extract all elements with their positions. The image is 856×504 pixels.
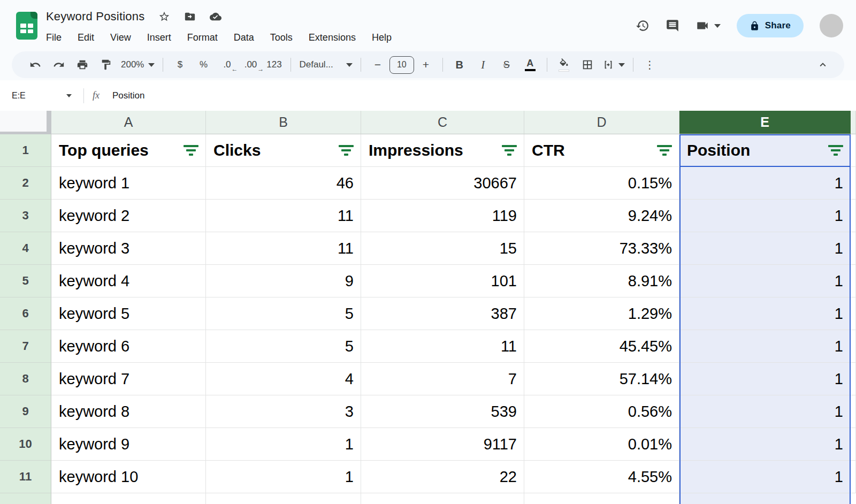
cell-partial-6[interactable] (851, 297, 856, 330)
cell-b8[interactable]: 4 (206, 363, 361, 395)
cell-a1[interactable]: Top queries (51, 134, 206, 167)
cell-partial-2[interactable] (851, 167, 856, 200)
cell-c1[interactable]: Impressions (361, 134, 524, 167)
column-header-d[interactable]: D (524, 111, 679, 134)
cell-c2[interactable]: 30667 (361, 167, 524, 200)
menu-item-insert[interactable]: Insert (147, 32, 171, 43)
font-family-selector[interactable]: Defaul... (299, 59, 352, 70)
cell-partial-4[interactable] (851, 232, 856, 265)
decrease-font-size-button[interactable]: − (369, 55, 387, 74)
cell-d4[interactable]: 73.33% (524, 232, 679, 265)
column-header-b[interactable]: B (206, 111, 361, 134)
cell-d2[interactable]: 0.15% (524, 167, 679, 200)
row-header-9[interactable]: 9 (0, 395, 51, 428)
menu-item-format[interactable]: Format (187, 32, 218, 43)
row-header-5[interactable]: 5 (0, 265, 51, 297)
cell-a7[interactable]: keyword 6 (51, 330, 206, 363)
borders-button[interactable] (578, 55, 597, 74)
undo-button[interactable] (26, 55, 44, 74)
cell-c11[interactable]: 22 (361, 461, 524, 493)
merge-cells-button[interactable] (602, 59, 625, 71)
filter-icon[interactable] (338, 145, 354, 156)
cell-a12[interactable] (51, 493, 206, 504)
cell-d3[interactable]: 9.24% (524, 200, 679, 232)
menu-item-view[interactable]: View (110, 32, 131, 43)
row-header-6[interactable]: 6 (0, 297, 51, 330)
print-button[interactable] (73, 55, 91, 74)
comments-icon[interactable] (666, 19, 679, 33)
cell-c4[interactable]: 15 (361, 232, 524, 265)
text-color-button[interactable]: A (521, 55, 539, 74)
cell-b10[interactable]: 1 (206, 428, 361, 461)
cell-e7[interactable]: 1 (679, 330, 851, 363)
filter-icon[interactable] (656, 145, 672, 156)
more-toolbar-options-button[interactable]: ⋮ (641, 55, 659, 74)
cell-e1[interactable]: Position (679, 134, 851, 167)
filter-icon[interactable] (828, 145, 844, 156)
redo-button[interactable] (50, 55, 68, 74)
cell-a2[interactable]: keyword 1 (51, 167, 206, 200)
cell-c6[interactable]: 387 (361, 297, 524, 330)
column-header-a[interactable]: A (51, 111, 206, 134)
row-header-3[interactable]: 3 (0, 200, 51, 232)
cell-partial-7[interactable] (851, 330, 856, 363)
cell-a9[interactable]: keyword 8 (51, 395, 206, 428)
cell-c12[interactable] (361, 493, 524, 504)
filter-icon[interactable] (183, 145, 199, 156)
cell-d1[interactable]: CTR (524, 134, 679, 167)
cell-e3[interactable]: 1 (679, 200, 851, 232)
cell-d10[interactable]: 0.01% (524, 428, 679, 461)
row-header-2[interactable]: 2 (0, 167, 51, 200)
cell-a10[interactable]: keyword 9 (51, 428, 206, 461)
cell-c3[interactable]: 119 (361, 200, 524, 232)
cell-d7[interactable]: 45.45% (524, 330, 679, 363)
row-header-10[interactable]: 10 (0, 428, 51, 461)
cell-partial-1[interactable] (851, 134, 856, 167)
menu-item-extensions[interactable]: Extensions (309, 32, 356, 43)
menu-item-tools[interactable]: Tools (270, 32, 293, 43)
star-icon[interactable] (158, 11, 170, 22)
cell-c7[interactable]: 11 (361, 330, 524, 363)
paint-format-button[interactable] (97, 55, 115, 74)
cell-c10[interactable]: 9117 (361, 428, 524, 461)
cell-a8[interactable]: keyword 7 (51, 363, 206, 395)
bold-button[interactable]: B (450, 55, 469, 74)
cell-d6[interactable]: 1.29% (524, 297, 679, 330)
row-header-7[interactable]: 7 (0, 330, 51, 363)
avatar[interactable] (820, 14, 843, 37)
cell-b4[interactable]: 11 (206, 232, 361, 265)
select-all-corner[interactable] (0, 111, 51, 134)
increase-decimal-button[interactable]: .00 (241, 55, 259, 74)
formula-input[interactable]: Position (112, 90, 144, 101)
cell-partial-5[interactable] (851, 265, 856, 297)
cell-b12[interactable] (206, 493, 361, 504)
cell-partial-3[interactable] (851, 200, 856, 232)
version-history-icon[interactable] (636, 19, 649, 33)
name-box[interactable]: E:E (12, 91, 72, 101)
font-size-input[interactable]: 10 (389, 56, 414, 74)
cell-a4[interactable]: keyword 3 (51, 232, 206, 265)
cell-e8[interactable]: 1 (679, 363, 851, 395)
cell-partial-8[interactable] (851, 363, 856, 395)
cell-e9[interactable]: 1 (679, 395, 851, 428)
decrease-decimal-button[interactable]: .0 (218, 55, 236, 74)
cell-d5[interactable]: 8.91% (524, 265, 679, 297)
cell-a3[interactable]: keyword 2 (51, 200, 206, 232)
cell-b6[interactable]: 5 (206, 297, 361, 330)
cell-e2[interactable]: 1 (679, 167, 851, 200)
format-currency-button[interactable]: $ (171, 55, 189, 74)
meet-button[interactable] (696, 19, 721, 33)
cell-a11[interactable]: keyword 10 (51, 461, 206, 493)
document-title[interactable]: Keyword Positions (46, 10, 144, 24)
sheets-logo-icon[interactable] (16, 12, 37, 40)
cell-e5[interactable]: 1 (679, 265, 851, 297)
cell-e11[interactable]: 1 (679, 461, 851, 493)
cell-b2[interactable]: 46 (206, 167, 361, 200)
cell-d12[interactable] (524, 493, 679, 504)
menu-item-edit[interactable]: Edit (78, 32, 94, 43)
italic-button[interactable]: I (474, 55, 492, 74)
increase-font-size-button[interactable]: + (417, 55, 435, 74)
cell-e4[interactable]: 1 (679, 232, 851, 265)
column-header-c[interactable]: C (361, 111, 524, 134)
share-button[interactable]: Share (737, 14, 804, 37)
